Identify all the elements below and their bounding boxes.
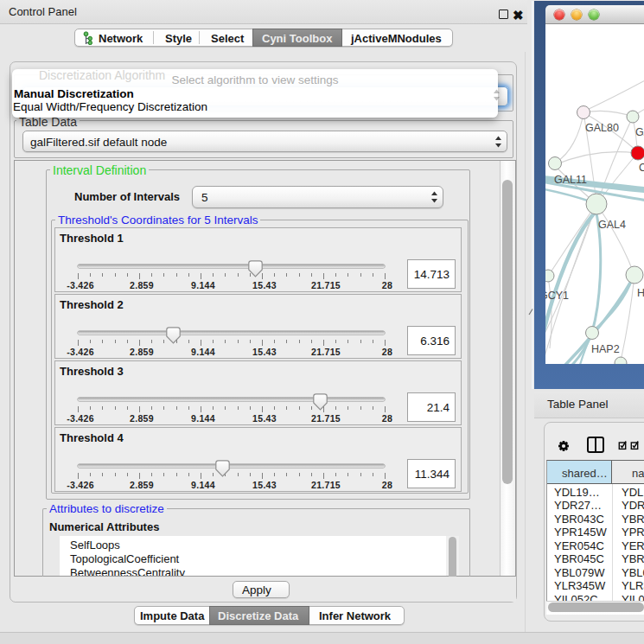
svg-text:GA: GA — [635, 126, 644, 138]
svg-text:H: H — [637, 287, 644, 299]
svg-text:GCY1: GCY1 — [545, 290, 569, 302]
svg-text:GAL80: GAL80 — [585, 122, 619, 134]
svg-text:GAL4: GAL4 — [598, 219, 626, 231]
svg-text:GAL11: GAL11 — [554, 174, 587, 186]
svg-text:HAP2: HAP2 — [591, 343, 620, 355]
svg-text:C: C — [639, 162, 644, 174]
